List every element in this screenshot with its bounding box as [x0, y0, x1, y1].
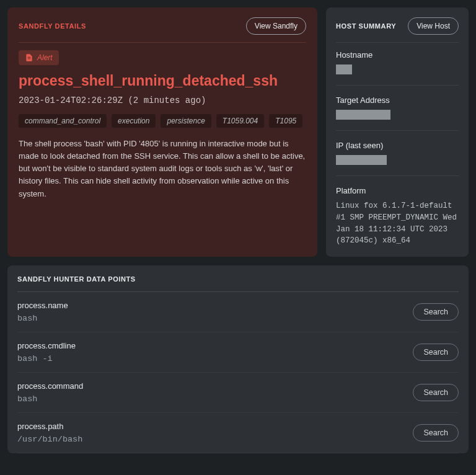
data-point-row: process.commandbashSearch	[17, 373, 459, 413]
tag[interactable]: execution	[112, 114, 156, 128]
data-point-row: process.namebashSearch	[17, 292, 459, 332]
hostname-label: Hostname	[336, 50, 459, 60]
data-point-row: process.path/usr/bin/bashSearch	[17, 413, 459, 453]
search-button[interactable]: Search	[413, 384, 459, 401]
target-address-field: Target Address	[336, 95, 459, 131]
target-address-label: Target Address	[336, 95, 459, 105]
ip-value-redacted	[336, 155, 387, 165]
hostname-field: Hostname	[336, 50, 459, 86]
host-summary-title: HOST SUMMARY	[336, 22, 396, 30]
data-point-value: bash	[17, 314, 68, 323]
data-point-key: process.name	[17, 301, 68, 310]
platform-value: Linux fox 6.1.7-1-default #1 SMP PREEMPT…	[336, 200, 459, 247]
platform-field: Platform Linux fox 6.1.7-1-default #1 SM…	[336, 186, 459, 247]
tag-row: command_and_controlexecutionpersistenceT…	[19, 114, 306, 128]
search-button[interactable]: Search	[413, 303, 459, 321]
alert-label: Alert	[37, 53, 53, 62]
tag[interactable]: command_and_control	[19, 114, 107, 128]
view-host-button[interactable]: View Host	[408, 17, 459, 35]
host-summary-card: HOST SUMMARY View Host Hostname Target A…	[326, 7, 469, 257]
search-button[interactable]: Search	[413, 424, 459, 442]
hostname-value-redacted	[336, 64, 352, 74]
search-button[interactable]: Search	[413, 344, 459, 361]
data-point-key: process.path	[17, 422, 82, 431]
ip-field: IP (last seen)	[336, 141, 459, 176]
host-card-header: HOST SUMMARY View Host	[336, 17, 459, 43]
hunter-header: SANDFLY HUNTER DATA POINTS	[17, 275, 459, 292]
data-point-value: bash	[17, 394, 83, 404]
hunter-panel: SANDFLY HUNTER DATA POINTS process.nameb…	[7, 265, 469, 453]
finding-description: The shell process 'bash' with PID '4805'…	[19, 138, 306, 200]
tag[interactable]: T1095	[269, 114, 302, 128]
data-point-value: bash -i	[17, 354, 76, 363]
ip-label: IP (last seen)	[336, 141, 459, 150]
sandfly-card-header: SANDFLY DETAILS View Sandfly	[19, 17, 306, 43]
data-point-value: /usr/bin/bash	[17, 435, 82, 444]
data-point-key: process.cmdline	[17, 341, 76, 350]
tag[interactable]: persistence	[161, 114, 211, 128]
alert-badge: Alert	[19, 50, 59, 65]
sandfly-details-title: SANDFLY DETAILS	[19, 22, 86, 30]
tag[interactable]: T1059.004	[216, 114, 264, 128]
sandfly-details-card: SANDFLY DETAILS View Sandfly Alert proce…	[7, 7, 317, 257]
finding-title: process_shell_running_detached_ssh	[19, 73, 306, 89]
platform-label: Platform	[336, 186, 459, 195]
target-address-value-redacted	[336, 110, 390, 120]
finding-timestamp: 2023-01-24T02:26:29Z (2 minutes ago)	[19, 95, 306, 105]
data-point-key: process.command	[17, 381, 83, 391]
alert-icon	[25, 53, 33, 62]
data-point-row: process.cmdlinebash -iSearch	[17, 332, 459, 373]
view-sandfly-button[interactable]: View Sandfly	[246, 17, 306, 35]
